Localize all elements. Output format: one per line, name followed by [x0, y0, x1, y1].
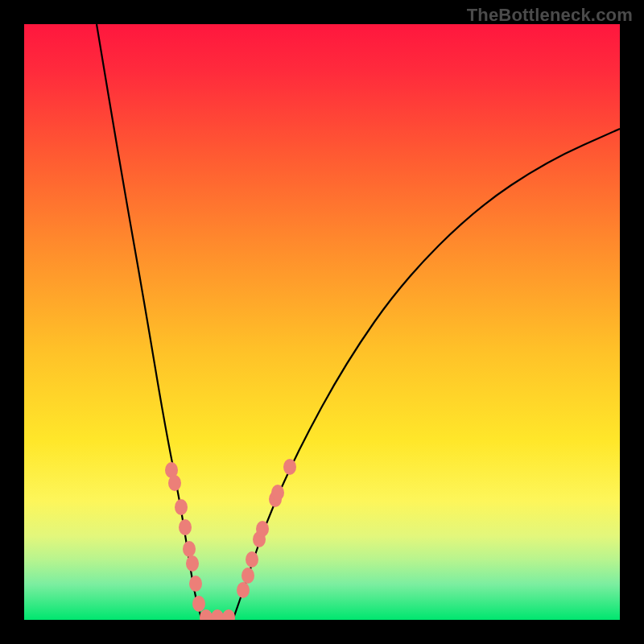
data-point — [183, 541, 196, 557]
data-point — [211, 609, 224, 620]
scatter-points — [165, 459, 296, 620]
data-point — [256, 521, 269, 537]
data-point — [189, 576, 202, 592]
data-point — [283, 459, 296, 475]
plot-area — [24, 24, 620, 620]
data-point — [168, 475, 181, 491]
data-point — [175, 499, 188, 515]
data-point — [246, 551, 258, 568]
watermark-text: TheBottleneck.com — [467, 5, 633, 26]
chart-svg — [24, 24, 620, 620]
data-point — [192, 596, 205, 612]
data-point — [237, 582, 250, 598]
curve-right-branch — [233, 129, 620, 618]
data-point — [271, 485, 284, 501]
data-point — [222, 609, 235, 620]
data-point — [186, 555, 199, 572]
chart-frame: TheBottleneck.com — [0, 0, 644, 644]
data-point — [179, 519, 192, 535]
data-point — [242, 568, 254, 584]
